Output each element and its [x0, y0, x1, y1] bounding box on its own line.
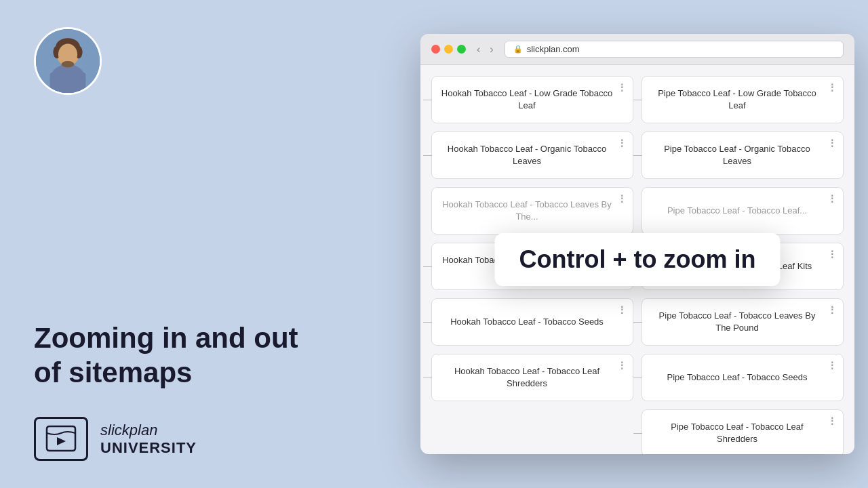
card-text: Pipe Tobacco Leaf - Tobacco Leaf...	[667, 205, 818, 217]
card-text: Hookah Tobacco Leaf - Tobacco Seeds	[450, 316, 614, 328]
card-hookah-seeds[interactable]: ⋮ Hookah Tobacco Leaf - Tobacco Seeds	[431, 298, 633, 346]
card-hookah-shredders[interactable]: ⋮ Hookah Tobacco Leaf - Tobacco Leaf Shr…	[431, 354, 633, 401]
svg-point-8	[62, 61, 75, 67]
logo-brand-text: slickplan	[100, 422, 197, 439]
logo-sub-text: UNIVERSITY	[100, 439, 197, 457]
card-menu-icon[interactable]: ⋮	[827, 82, 837, 93]
browser-window: ‹ › 🔒 slickplan.com ⋮ Hookah Tobacco Lea…	[420, 34, 854, 454]
close-button[interactable]	[431, 45, 440, 54]
forward-button[interactable]: ›	[487, 42, 496, 57]
card-pipe-seeds[interactable]: ⋮ Pipe Tobacco Leaf - Tobacco Seeds	[642, 354, 844, 401]
nav-buttons: ‹ ›	[474, 42, 496, 57]
traffic-lights	[431, 45, 466, 54]
zoom-tooltip: Control + to zoom in	[495, 233, 781, 286]
tooltip-text: Control + to zoom in	[519, 245, 756, 273]
card-text: Hookah Tobacco Leaf - Tobacco Leaves By …	[440, 199, 625, 223]
left-panel: Zooming in and out of sitemaps slickplan…	[0, 0, 420, 488]
title-line2: of sitemaps	[34, 357, 192, 388]
svg-marker-9	[57, 437, 66, 445]
card-text: Hookah Tobacco Leaf - Tobacco Leaf Shred…	[440, 365, 625, 390]
browser-content: ⋮ Hookah Tobacco Leaf - Low Grade Tobacc…	[420, 65, 854, 454]
back-button[interactable]: ‹	[474, 42, 483, 57]
logo-area: slickplan UNIVERSITY	[34, 417, 387, 461]
logo-text: slickplan UNIVERSITY	[100, 422, 197, 457]
card-text: Pipe Tobacco Leaf - Tobacco Leaf Shredde…	[650, 421, 835, 445]
maximize-button[interactable]	[457, 45, 466, 54]
card-text: Pipe Tobacco Leaf - Organic Tobacco Leav…	[650, 143, 835, 167]
browser-toolbar: ‹ › 🔒 slickplan.com	[420, 34, 854, 65]
avatar	[34, 27, 102, 95]
card-pipe-shredders[interactable]: ⋮ Pipe Tobacco Leaf - Tobacco Leaf Shred…	[642, 409, 844, 454]
page-title: Zooming in and out of sitemaps	[34, 321, 298, 390]
minimize-button[interactable]	[444, 45, 453, 54]
card-menu-icon[interactable]: ⋮	[827, 193, 837, 204]
card-pipe-organic[interactable]: ⋮ Pipe Tobacco Leaf - Organic Tobacco Le…	[642, 131, 844, 179]
card-menu-icon[interactable]: ⋮	[827, 249, 837, 260]
card-pipe-kits-truncated[interactable]: ⋮ Pipe Tobacco Leaf - Tobacco Leaf...	[642, 187, 844, 235]
card-menu-icon[interactable]: ⋮	[827, 360, 837, 371]
card-menu-icon[interactable]: ⋮	[617, 360, 627, 371]
address-bar[interactable]: 🔒 slickplan.com	[505, 41, 844, 58]
logo-icon	[34, 417, 88, 461]
card-text: Pipe Tobacco Leaf - Tobacco Seeds	[667, 371, 818, 384]
card-text: Hookah Tobacco Leaf - Organic Tobacco Le…	[440, 143, 625, 167]
lock-icon: 🔒	[513, 45, 523, 54]
card-menu-icon[interactable]: ⋮	[827, 415, 837, 426]
card-text: Hookah Tobacco Leaf - Low Grade Tobacco …	[440, 87, 625, 112]
card-menu-icon[interactable]: ⋮	[617, 82, 627, 93]
card-menu-icon[interactable]: ⋮	[617, 138, 627, 148]
title-line1: Zooming in and out	[34, 322, 298, 354]
card-text: Pipe Tobacco Leaf - Low Grade Tobacco Le…	[650, 87, 835, 112]
card-text: Pipe Tobacco Leaf - Tobacco Leaves By Th…	[650, 310, 835, 334]
card-menu-icon[interactable]: ⋮	[827, 138, 837, 148]
card-hookah-low-grade[interactable]: ⋮ Hookah Tobacco Leaf - Low Grade Tobacc…	[431, 76, 633, 123]
card-menu-icon[interactable]: ⋮	[617, 304, 627, 315]
card-hookah-pounds-truncated[interactable]: ⋮ Hookah Tobacco Leaf - Tobacco Leaves B…	[431, 187, 633, 235]
card-pipe-by-pound[interactable]: ⋮ Pipe Tobacco Leaf - Tobacco Leaves By …	[642, 298, 844, 346]
card-pipe-low-grade[interactable]: ⋮ Pipe Tobacco Leaf - Low Grade Tobacco …	[642, 76, 844, 123]
url-text: slickplan.com	[527, 44, 580, 54]
right-panel: ‹ › 🔒 slickplan.com ⋮ Hookah Tobacco Lea…	[420, 0, 868, 488]
card-hookah-organic[interactable]: ⋮ Hookah Tobacco Leaf - Organic Tobacco …	[431, 131, 633, 179]
svg-rect-7	[50, 73, 86, 93]
card-menu-icon[interactable]: ⋮	[827, 304, 837, 315]
